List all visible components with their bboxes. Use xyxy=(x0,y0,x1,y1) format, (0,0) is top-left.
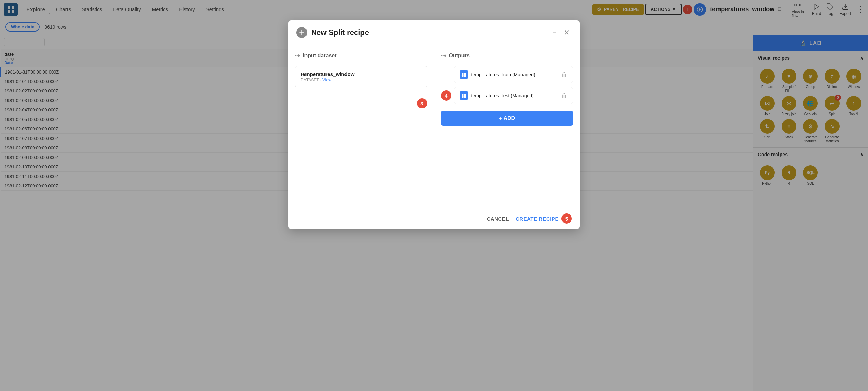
input-dataset-name: temperatures_window xyxy=(301,71,421,77)
modal-minimize-button[interactable]: − xyxy=(550,28,558,37)
modal-outputs-col: ⇢ Outputs 3 temperatures_train (Managed)… xyxy=(434,45,580,208)
svg-rect-14 xyxy=(462,94,463,96)
step-5-badge: 5 xyxy=(561,213,572,224)
create-recipe-group: CREATE RECIPE 5 xyxy=(516,213,572,224)
output-train-name: temperatures_train (Managed) xyxy=(471,72,558,77)
svg-rect-13 xyxy=(464,75,466,77)
output-test-icon xyxy=(460,91,468,100)
main-area: date string Date inputs string Array 198… xyxy=(0,35,868,391)
svg-rect-10 xyxy=(462,73,463,75)
create-recipe-button[interactable]: CREATE RECIPE xyxy=(516,216,559,222)
svg-rect-15 xyxy=(464,94,466,96)
svg-rect-16 xyxy=(462,96,463,98)
modal-header: New Split recipe − ✕ xyxy=(288,20,580,45)
view-dataset-link[interactable]: View xyxy=(322,78,331,82)
svg-rect-12 xyxy=(462,75,463,77)
output2-row: 4 temperatures_test (Managed) 🗑 xyxy=(441,87,573,104)
modal-input-header: ⇢ Input dataset xyxy=(295,52,427,59)
modal-footer: CANCEL CREATE RECIPE 5 xyxy=(288,208,580,229)
modal-header-buttons: − ✕ xyxy=(550,28,572,37)
output-card-test: temperatures_test (Managed) 🗑 xyxy=(454,87,573,104)
modal-title: New Split recipe xyxy=(311,28,369,37)
output-card-train: temperatures_train (Managed) 🗑 xyxy=(454,66,573,83)
output1-row: 3 temperatures_train (Managed) 🗑 xyxy=(441,66,573,83)
modal-overlay: New Split recipe − ✕ ⇢ Input dataset tem… xyxy=(0,0,868,391)
svg-rect-17 xyxy=(464,96,466,98)
output-train-icon xyxy=(460,70,468,79)
modal-outputs-header: ⇢ Outputs xyxy=(441,52,573,59)
add-output-button[interactable]: + ADD xyxy=(441,111,573,126)
modal-input-col: ⇢ Input dataset temperatures_window DATA… xyxy=(288,45,434,208)
modal-title-group: New Split recipe xyxy=(296,27,369,38)
input-dataset-card: temperatures_window DATASET - View xyxy=(295,66,427,87)
modal-split-icon xyxy=(296,27,307,38)
step-4-badge: 4 xyxy=(441,90,451,101)
modal-close-button[interactable]: ✕ xyxy=(562,28,572,37)
svg-rect-11 xyxy=(464,73,466,75)
input-dataset-sub: DATASET - View xyxy=(301,78,421,82)
step-3-badge: 3 xyxy=(417,98,427,108)
modal-body: ⇢ Input dataset temperatures_window DATA… xyxy=(288,45,580,208)
delete-train-button[interactable]: 🗑 xyxy=(561,71,567,78)
delete-test-button[interactable]: 🗑 xyxy=(561,92,567,99)
cancel-button[interactable]: CANCEL xyxy=(487,216,509,222)
output-test-name: temperatures_test (Managed) xyxy=(471,93,558,98)
modal: New Split recipe − ✕ ⇢ Input dataset tem… xyxy=(288,20,580,229)
